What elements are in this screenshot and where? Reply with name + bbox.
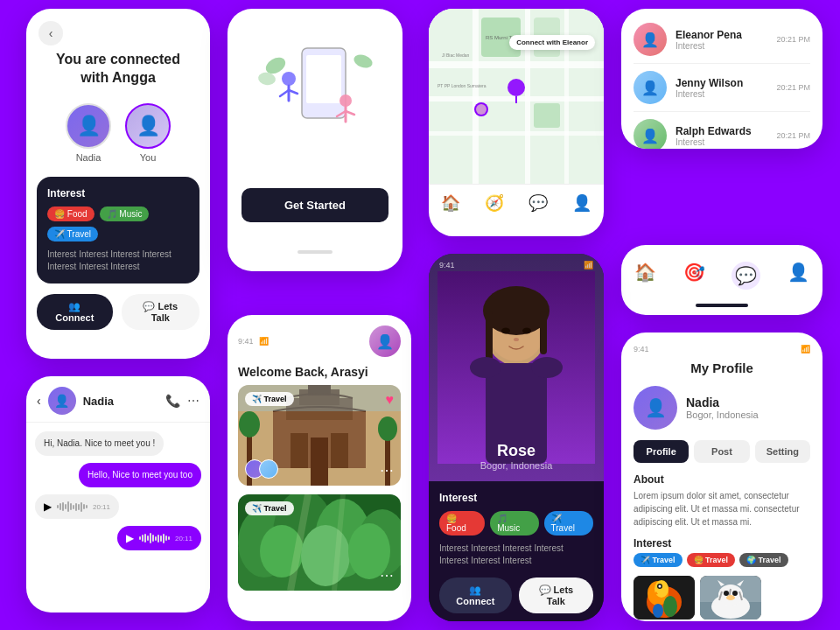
phone-icon[interactable]: 📞 (165, 394, 180, 408)
connect-with-eleanor[interactable]: Connect with Eleanor (509, 35, 595, 50)
chat-header: ‹ 👤 Nadia 📞 ⋯ (26, 376, 210, 423)
profile-interest-tags: ✈️ Travel 🍔 Travel 🌍 Travel (634, 553, 810, 567)
post-2-tag: ✈️ Travel (245, 501, 294, 515)
svg-point-42 (378, 416, 397, 441)
svg-rect-14 (429, 61, 604, 68)
svg-point-82 (732, 591, 738, 596)
profile-img-2 (700, 576, 761, 620)
feed-header: 9:41 📶 👤 (228, 315, 411, 364)
lets-talk-button[interactable]: 💬 Lets Talk (122, 294, 200, 330)
signal-icon: 📶 (259, 337, 269, 346)
svg-point-12 (352, 52, 374, 71)
more-icon[interactable]: ⋯ (187, 394, 200, 408)
svg-point-61 (522, 328, 531, 334)
svg-point-64 (470, 357, 501, 378)
interest-tags: 🍔 Food 🎵 Music ✈️ Travel (47, 206, 189, 242)
tag-travel[interactable]: ✈️ Travel (47, 227, 98, 242)
eleanor-name: Eleanor Pena (676, 29, 767, 41)
play-icon-sent[interactable]: ▶ (126, 532, 134, 544)
feed-post-2[interactable]: ✈️ Travel ⋯ (238, 494, 401, 591)
chat-messages-list: Hi, Nadia. Nice to meet you ! Hello, Nic… (26, 423, 210, 559)
nav-indicator (696, 304, 748, 307)
back-button[interactable]: ‹ (38, 21, 63, 46)
svg-text:Jl Biac Medan: Jl Biac Medan (442, 52, 470, 58)
chat-bnav-icon[interactable]: 💬 (732, 262, 760, 290)
eleanor-avatar: 👤 (634, 23, 667, 56)
rose-interest-tags: 🍔 Food 🎵 Music ✈️ Travel (439, 511, 593, 536)
home-nav-icon[interactable]: 🏠 (441, 193, 460, 213)
tab-setting[interactable]: Setting (755, 440, 810, 463)
jenny-time: 20:21 PM (776, 83, 810, 92)
profile-tag-travel-3[interactable]: 🌍 Travel (739, 553, 788, 567)
tag-music[interactable]: 🎵 Music (100, 206, 150, 221)
illustration (249, 26, 381, 166)
rose-tag-music[interactable]: 🎵 Music (490, 511, 538, 536)
home-bnav-icon[interactable]: 🏠 (634, 262, 656, 290)
rose-tag-food[interactable]: 🍔 Food (439, 511, 485, 536)
jenny-name: Jenny Wilson (676, 77, 767, 89)
audio-msg-received: ▶ 20:11 (35, 494, 119, 519)
svg-rect-58 (486, 311, 493, 363)
avatar-pair: 👤 Nadia 👤 You (26, 103, 210, 163)
card-connected: ‹ You are connected with Angga 👤 Nadia 👤… (26, 9, 210, 359)
chat-item-eleanor[interactable]: 👤 Eleanor Pena Interest 20:21 PM (621, 16, 822, 63)
jenny-sub: Interest (676, 89, 767, 99)
interest-section-title: Interest (634, 537, 810, 550)
ralph-info: Ralph Edwards Interest (676, 125, 767, 147)
rose-location: Bogor, Indonesia (429, 460, 604, 471)
feed-user-avatar[interactable]: 👤 (369, 326, 401, 357)
profile-nav-icon[interactable]: 👤 (572, 193, 592, 213)
svg-point-40 (239, 411, 260, 438)
chat-header-name: Nadia (83, 395, 158, 408)
get-started-button[interactable]: Get Started (242, 188, 388, 222)
msg-sent-1: Hello, Nice to meet you too (79, 463, 201, 487)
rose-connect-button[interactable]: 👥 Connect (439, 578, 512, 613)
rose-photo: 9:41 📶 (429, 254, 604, 481)
chat-nav-icon[interactable]: 💬 (528, 193, 548, 213)
tab-profile[interactable]: Profile (634, 440, 689, 463)
audio-waveform-sent (139, 533, 170, 543)
profile-signal: 📶 (801, 345, 810, 354)
svg-rect-17 (472, 9, 479, 184)
profile-img-1 (634, 576, 695, 620)
audio-waveform (57, 501, 88, 512)
svg-rect-36 (331, 433, 348, 468)
connected-title: You are connected with Angga (26, 51, 210, 88)
compass-nav-icon[interactable]: 🧭 (485, 193, 504, 213)
profile-time: 9:41 (634, 345, 649, 354)
svg-point-60 (501, 328, 510, 334)
post-1-like[interactable]: ♥ (386, 392, 395, 408)
scroll-indicator (298, 250, 332, 254)
chat-back-button[interactable]: ‹ (37, 394, 41, 408)
play-icon[interactable]: ▶ (44, 500, 52, 513)
connect-button[interactable]: 👥 Connect (37, 294, 113, 330)
chat-item-jenny[interactable]: 👤 Jenny Wilson Interest 20:21 PM (621, 64, 822, 111)
card-getstarted: Get Started (228, 9, 402, 271)
tab-post[interactable]: Post (694, 440, 749, 463)
profile-tag-travel-2[interactable]: 🍔 Travel (687, 553, 736, 567)
profile-bnav-icon[interactable]: 👤 (788, 262, 809, 290)
feed-post-1[interactable]: ✈️ Travel ♥ ⋯ (238, 385, 401, 486)
rose-tag-travel[interactable]: ✈️ Travel (544, 511, 593, 536)
nav-row: 🏠 🎯 💬 👤 (621, 253, 822, 298)
card-chatlist: 👤 Eleanor Pena Interest 20:21 PM 👤 Jenny… (621, 9, 822, 149)
card-bottom-nav: 🏠 🎯 💬 👤 (621, 245, 822, 315)
rose-status-bar: 9:41 📶 (429, 261, 604, 270)
tag-food[interactable]: 🍔 Food (47, 206, 94, 221)
svg-point-81 (724, 591, 729, 596)
svg-point-6 (340, 94, 352, 107)
rose-signal: 📶 (584, 261, 593, 270)
card-chat-messages: ‹ 👤 Nadia 📞 ⋯ Hi, Nadia. Nice to meet yo… (26, 376, 210, 612)
interest-title: Interest (47, 187, 189, 200)
rose-interest-text: Interest Interest Interest Interest Inte… (439, 542, 593, 567)
profile-user-avatar: 👤 (634, 386, 677, 430)
rose-talk-button[interactable]: 💬 Lets Talk (519, 578, 593, 613)
compass-bnav-icon[interactable]: 🎯 (683, 262, 705, 290)
map-nav: 🏠 🧭 💬 👤 (429, 184, 604, 221)
post-2-more[interactable]: ⋯ (380, 567, 394, 584)
post-1-more[interactable]: ⋯ (380, 462, 394, 479)
profile-tag-travel-1[interactable]: ✈️ Travel (634, 553, 682, 567)
chat-item-ralph[interactable]: 👤 Ralph Edwards Interest 20:21 PM (621, 112, 822, 149)
jenny-avatar: 👤 (634, 71, 667, 104)
profile-title: My Profile (634, 360, 810, 375)
